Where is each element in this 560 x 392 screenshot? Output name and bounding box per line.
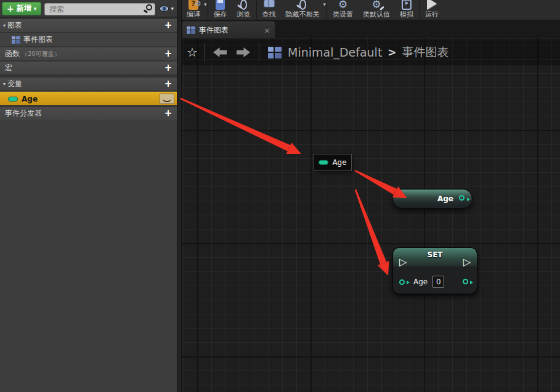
graph-header-bar: ☆ Minimal_Default > 事件图表 bbox=[182, 39, 560, 65]
chevron-down-icon: ▾ bbox=[34, 6, 37, 12]
add-variable-button[interactable]: + bbox=[163, 78, 174, 89]
class-settings-icon: ⚙ bbox=[338, 0, 347, 10]
my-blueprint-toolbar: + 新增 ▾ ▾ bbox=[0, 0, 177, 18]
blueprint-graph-icon bbox=[187, 26, 195, 34]
toolbar-separator bbox=[419, 0, 420, 20]
getter-node-label: Age bbox=[437, 194, 453, 203]
class-settings-button[interactable]: ⚙ 类设置 bbox=[328, 0, 358, 20]
section-variables[interactable]: ▾ 变量 + bbox=[0, 78, 177, 90]
blueprint-editor: + 新增 ▾ ▾ ▾ 图表 + 事件图表 bbox=[0, 0, 560, 392]
save-icon bbox=[216, 0, 225, 10]
search-icon bbox=[146, 4, 152, 10]
blueprint-graph-icon bbox=[12, 36, 20, 44]
breadcrumb-page[interactable]: 事件图表 bbox=[402, 44, 449, 60]
add-macro-button[interactable]: + bbox=[163, 62, 174, 73]
exec-input-pin[interactable]: ▷ bbox=[399, 257, 407, 267]
tab-label: 事件图表 bbox=[199, 25, 260, 36]
compile-button[interactable]: 编译 bbox=[182, 0, 205, 20]
play-button[interactable]: 运行 bbox=[420, 0, 444, 20]
plus-icon: + bbox=[7, 4, 14, 13]
find-button[interactable]: 查找 bbox=[258, 0, 281, 20]
breadcrumb: Minimal_Default > 事件图表 bbox=[288, 44, 449, 60]
section-event-dispatchers[interactable]: 事件分发器 + bbox=[0, 107, 177, 120]
find-icon bbox=[264, 0, 275, 10]
chevron-down-icon: ▾ bbox=[171, 6, 174, 12]
variable-visibility-toggle[interactable] bbox=[160, 94, 174, 104]
simulate-icon bbox=[402, 0, 412, 10]
nav-back-button[interactable] bbox=[213, 47, 227, 57]
add-event-dispatcher-button[interactable]: + bbox=[163, 108, 174, 119]
list-item-variable-age[interactable]: Age bbox=[0, 92, 177, 105]
browse-icon bbox=[240, 0, 247, 10]
value-output-pin[interactable] bbox=[463, 279, 468, 284]
my-blueprint-list: ▾ 图表 + 事件图表 函数 （20可覆盖） + 宏 + ▾ 变量 + bbox=[0, 18, 177, 120]
set-node-var-label: Age bbox=[413, 278, 428, 286]
header-separator bbox=[204, 43, 205, 62]
panel-resize-handle[interactable] bbox=[177, 0, 182, 392]
add-function-button[interactable]: + bbox=[163, 48, 174, 59]
editor-main: 编译 ▾ 保存 浏览 查找 bbox=[182, 0, 560, 392]
header-separator bbox=[259, 43, 259, 62]
hide-unrelated-button[interactable]: 隐藏不相关 bbox=[281, 0, 325, 20]
save-button[interactable]: 保存 bbox=[209, 0, 232, 20]
play-icon bbox=[427, 0, 437, 10]
event-graph-label: 事件图表 bbox=[23, 34, 53, 45]
class-defaults-icon: ⚙ bbox=[371, 0, 381, 10]
add-new-label: 新增 bbox=[17, 3, 31, 14]
tab-event-graph[interactable]: 事件图表 × bbox=[182, 22, 275, 38]
search-box bbox=[44, 2, 155, 15]
blueprint-graph-icon bbox=[268, 47, 282, 58]
node-get-age[interactable]: Age bbox=[392, 189, 473, 209]
list-item-event-graph[interactable]: 事件图表 bbox=[0, 33, 177, 46]
compile-icon bbox=[189, 0, 198, 10]
value-input-pin[interactable] bbox=[399, 279, 405, 285]
add-graph-button[interactable]: + bbox=[163, 20, 174, 31]
collapse-arrow-icon[interactable]: ▾ bbox=[3, 81, 6, 87]
browse-button[interactable]: 浏览 bbox=[232, 0, 256, 20]
eye-icon bbox=[160, 6, 169, 12]
visibility-filter-button[interactable]: ▾ bbox=[158, 6, 175, 12]
bookmark-star-button[interactable]: ☆ bbox=[184, 45, 200, 60]
section-functions-label: 函数 bbox=[5, 49, 20, 59]
section-functions[interactable]: 函数 （20可覆盖） + bbox=[0, 47, 177, 60]
drag-chip-label: Age bbox=[332, 158, 346, 167]
variable-pill-icon bbox=[319, 160, 328, 165]
add-new-button[interactable]: + 新增 ▾ bbox=[2, 2, 41, 15]
document-tabbar: 事件图表 × bbox=[182, 20, 560, 38]
value-input-field[interactable]: 0 bbox=[432, 276, 444, 288]
drag-preview-chip[interactable]: Age bbox=[314, 154, 352, 171]
chevron-right-icon: > bbox=[388, 46, 396, 58]
set-node-title: SET bbox=[427, 250, 442, 259]
section-graphs-label: 图表 bbox=[7, 20, 22, 31]
breadcrumb-asset[interactable]: Minimal_Default bbox=[288, 46, 382, 59]
section-macros-label: 宏 bbox=[5, 63, 12, 73]
event-graph-canvas[interactable]: ☆ Minimal_Default > 事件图表 Age Age bbox=[182, 38, 560, 392]
section-variables-label: 变量 bbox=[7, 79, 22, 89]
variable-pill-icon bbox=[8, 97, 18, 102]
search-input[interactable] bbox=[44, 3, 155, 15]
exec-output-pin[interactable]: ▷ bbox=[463, 257, 471, 267]
nav-forward-button[interactable] bbox=[237, 47, 250, 57]
node-set-age[interactable]: SET ▷ ▷ Age 0 bbox=[392, 247, 477, 294]
class-defaults-button[interactable]: ⚙ 类默认值 bbox=[358, 0, 395, 20]
functions-override-hint: （20可覆盖） bbox=[22, 50, 60, 58]
section-event-dispatchers-label: 事件分发器 bbox=[5, 108, 42, 119]
close-icon[interactable]: × bbox=[264, 26, 270, 35]
toolbar-separator bbox=[208, 0, 208, 20]
output-pin[interactable] bbox=[459, 195, 465, 201]
set-node-value-row: Age 0 bbox=[393, 274, 477, 290]
hide-unrelated-icon bbox=[299, 0, 306, 10]
toolbar-separator bbox=[256, 0, 257, 20]
section-graphs[interactable]: ▾ 图表 + bbox=[0, 19, 177, 32]
section-macros[interactable]: 宏 + bbox=[0, 62, 177, 74]
main-toolbar: 编译 ▾ 保存 浏览 查找 bbox=[182, 0, 560, 20]
simulate-button[interactable]: 模拟 bbox=[395, 0, 418, 20]
variable-age-label: Age bbox=[22, 95, 38, 103]
collapse-arrow-icon[interactable]: ▾ bbox=[3, 23, 6, 28]
toolbar-separator bbox=[327, 0, 327, 20]
my-blueprint-panel: + 新增 ▾ ▾ ▾ 图表 + 事件图表 bbox=[0, 0, 177, 392]
